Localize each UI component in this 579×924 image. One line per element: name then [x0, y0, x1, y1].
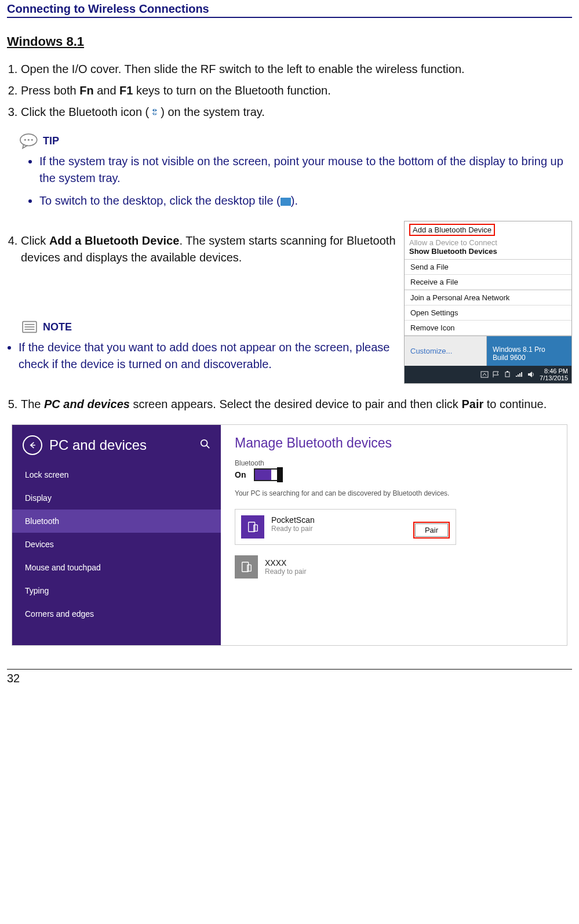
device1-status: Ready to pair — [271, 525, 406, 533]
step-2: Press both Fn and F1 keys to turn on the… — [21, 82, 572, 99]
svg-point-2 — [28, 139, 30, 141]
taskbar-date: 7/13/2015 — [540, 374, 568, 381]
arrow-up-icon[interactable] — [480, 371, 489, 378]
svg-point-1 — [24, 139, 26, 141]
steps-list-cont: Click Add a Bluetooth Device. The system… — [7, 232, 398, 266]
pair-button[interactable]: Pair — [415, 523, 448, 537]
tray-open-settings[interactable]: Open Settings — [405, 305, 571, 321]
menu-devices[interactable]: Devices — [12, 533, 221, 556]
tip-label: TIP — [43, 135, 59, 147]
step3-post: ) on the system tray. — [161, 106, 265, 118]
tray-allow-connect: Allow a Device to Connect — [409, 238, 567, 247]
device1-name: PocketScan — [271, 515, 406, 525]
step-1: Open the I/O cover. Then slide the RF sw… — [21, 61, 572, 78]
tip-item-1-text: If the system tray is not visible on the… — [39, 155, 563, 184]
pair-highlight: Pair — [413, 522, 450, 539]
note-item: If the device that you want to add does … — [19, 339, 398, 373]
tray-winline2: Build 9600 — [493, 354, 568, 362]
step2-post: keys to turn on the Bluetooth function. — [133, 84, 330, 97]
menu-lock-screen[interactable]: Lock screen — [12, 463, 221, 486]
menu-mouse-touchpad[interactable]: Mouse and touchpad — [12, 556, 221, 579]
note-list: If the device that you want to add does … — [7, 339, 398, 373]
tip-item-1: If the system tray is not visible on the… — [39, 153, 572, 187]
system-tray-menu: Add a Bluetooth Device Allow a Device to… — [404, 221, 572, 384]
tray-windows-build: Windows 8.1 Pro Build 9600 — [487, 336, 571, 366]
device2-status: Ready to pair — [265, 568, 306, 576]
step2-mid: and — [94, 84, 119, 97]
tray-show-devices[interactable]: Show Bluetooth Devices — [409, 247, 567, 256]
tray-send-file[interactable]: Send a File — [405, 260, 571, 275]
tip-item-2: To switch to the desktop, click the desk… — [39, 192, 572, 209]
bt-on-label: On — [235, 470, 246, 479]
tip-block: TIP If the system tray is not visible on… — [20, 132, 572, 209]
step5-italic: PC and devices — [44, 398, 130, 410]
manage-bt-title: Manage Bluetooth devices — [235, 435, 553, 451]
device-xxxx[interactable]: XXXX Ready to pair — [235, 555, 443, 579]
taskbar-time: 8:46 PM — [540, 368, 568, 374]
svg-rect-10 — [507, 371, 508, 372]
tip-icon — [20, 132, 39, 150]
step4-pre: Click — [21, 234, 49, 247]
svg-point-3 — [31, 139, 33, 141]
steps-list-final: The PC and devices screen appears. Selec… — [7, 396, 572, 413]
menu-bluetooth[interactable]: Bluetooth — [12, 510, 221, 533]
menu-display[interactable]: Display — [12, 486, 221, 510]
tray-customize[interactable]: Customize... — [405, 336, 487, 366]
step-4: Click Add a Bluetooth Device. The system… — [21, 232, 398, 266]
page-number: 32 — [7, 669, 572, 685]
note-heading: NOTE — [20, 318, 398, 336]
svg-rect-8 — [481, 372, 488, 377]
note-icon — [20, 318, 39, 336]
tip-item-2-pre: To switch to the desktop, click the desk… — [39, 194, 281, 207]
pc-devices-screenshot: PC and devices Lock screen Display Bluet… — [12, 424, 567, 646]
steps-list: Open the I/O cover. Then slide the RF sw… — [7, 61, 572, 121]
taskbar-clock[interactable]: 8:46 PM 7/13/2015 — [540, 368, 568, 381]
svg-rect-16 — [247, 565, 251, 571]
bt-sublabel: Bluetooth — [235, 459, 553, 467]
step5-mid: screen appears. Select the desired devic… — [130, 398, 462, 410]
battery-icon[interactable] — [504, 371, 512, 378]
bt-searching-text: Your PC is searching for and can be disc… — [235, 489, 553, 497]
page-header: Connecting to Wireless Connections — [7, 2, 572, 18]
device2-name: XXXX — [265, 558, 306, 568]
menu-corners-edges[interactable]: Corners and edges — [12, 602, 221, 625]
bluetooth-icon — [149, 107, 161, 118]
tray-remove-icon[interactable]: Remove Icon — [405, 321, 571, 336]
step2-pre: Press both — [21, 84, 79, 97]
tip-item-2-post: ). — [291, 194, 298, 207]
tray-add-bluetooth[interactable]: Add a Bluetooth Device — [409, 224, 495, 236]
bt-toggle[interactable] — [254, 468, 283, 481]
signal-icon[interactable] — [515, 371, 523, 378]
svg-rect-9 — [505, 372, 509, 377]
device-icon — [241, 515, 264, 539]
volume-icon[interactable] — [527, 371, 535, 378]
menu-typing[interactable]: Typing — [12, 579, 221, 602]
desktop-tile-icon — [281, 198, 291, 206]
taskbar-icons — [480, 371, 535, 378]
note-label: NOTE — [43, 321, 72, 333]
pc-devices-title: PC and devices — [49, 437, 193, 453]
step2-f1: F1 — [119, 84, 133, 97]
tray-join-pan[interactable]: Join a Personal Area Network — [405, 290, 571, 305]
pc-sidebar: PC and devices Lock screen Display Bluet… — [12, 425, 221, 645]
flag-icon[interactable] — [492, 371, 500, 378]
step5-post: to continue. — [483, 398, 547, 410]
tip-heading: TIP — [20, 132, 572, 150]
step3-pre: Click the Bluetooth icon ( — [21, 106, 149, 118]
svg-point-11 — [201, 439, 207, 446]
svg-line-12 — [207, 445, 210, 448]
step-3: Click the Bluetooth icon ( ) on the syst… — [21, 104, 572, 121]
tray-receive-file[interactable]: Receive a File — [405, 275, 571, 290]
section-title: Windows 8.1 — [7, 34, 572, 49]
tray-winline1: Windows 8.1 Pro — [493, 345, 568, 354]
search-icon[interactable] — [200, 439, 210, 452]
step5-bold: Pair — [461, 398, 483, 410]
taskbar: 8:46 PM 7/13/2015 — [405, 366, 571, 383]
tip-list: If the system tray is not visible on the… — [20, 153, 572, 209]
note-block: NOTE If the device that you want to add … — [20, 318, 398, 373]
pc-content: Manage Bluetooth devices Bluetooth On Yo… — [221, 425, 567, 645]
device2-icon — [235, 555, 258, 579]
step-5: The PC and devices screen appears. Selec… — [21, 396, 572, 413]
back-button[interactable] — [23, 435, 42, 455]
device-pocketscan[interactable]: PocketScan Ready to pair Pair — [235, 509, 456, 545]
